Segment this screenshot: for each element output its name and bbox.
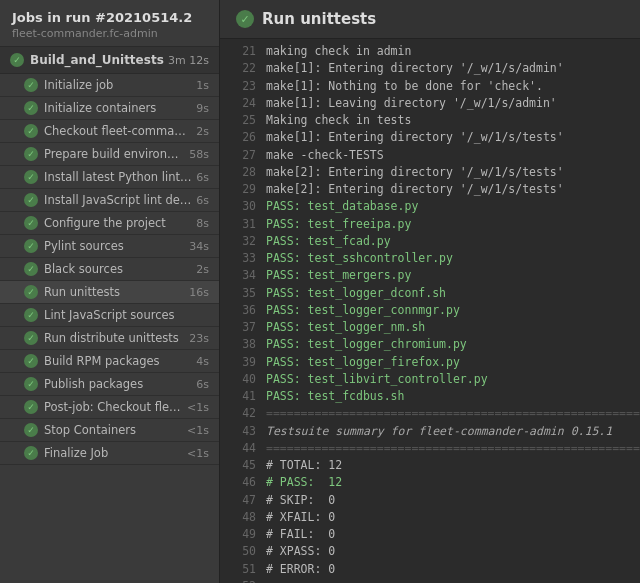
log-line-text: PASS: test_logger_chromium.py	[266, 336, 632, 353]
log-line-text: PASS: test_sshcontroller.py	[266, 250, 632, 267]
job-item-publish-packages[interactable]: Publish packages6s	[0, 373, 219, 396]
job-status-icon-black	[24, 262, 38, 276]
job-item-initialize-containers[interactable]: Initialize containers9s	[0, 97, 219, 120]
job-status-icon-stop-containers	[24, 423, 38, 437]
job-name-build-rpm: Build RPM packages	[44, 354, 192, 368]
job-duration-prepare-build: 58s	[189, 148, 209, 161]
log-line-text: ========================================…	[266, 405, 640, 422]
log-line: 42======================================…	[220, 405, 640, 422]
log-line: 21making check in admin	[220, 43, 640, 60]
job-duration-finalize-job: <1s	[187, 447, 209, 460]
job-status-icon-install-js	[24, 193, 38, 207]
log-line-number: 37	[228, 319, 256, 336]
job-group-name: Build_and_Unittests	[30, 53, 168, 67]
log-line-number: 27	[228, 147, 256, 164]
log-line-number: 47	[228, 492, 256, 509]
log-line-text: Testsuite summary for fleet-commander-ad…	[266, 423, 632, 440]
log-line-number: 48	[228, 509, 256, 526]
log-line-number: 34	[228, 267, 256, 284]
job-name-run-unittests: Run unittests	[44, 285, 185, 299]
log-line-text: ========================================…	[266, 578, 640, 583]
log-line: 23make[1]: Nothing to be done for 'check…	[220, 78, 640, 95]
log-line-text: # XPASS: 0	[266, 543, 632, 560]
page-title: Jobs in run #20210514.2	[12, 10, 207, 25]
log-line: 44======================================…	[220, 440, 640, 457]
job-duration-initialize-containers: 9s	[196, 102, 209, 115]
job-duration-initialize-job: 1s	[196, 79, 209, 92]
log-line: 33PASS: test_sshcontroller.py	[220, 250, 640, 267]
job-item-install-python[interactable]: Install latest Python lint depe...6s	[0, 166, 219, 189]
job-group-header[interactable]: Build_and_Unittests 3m 12s	[0, 47, 219, 74]
right-header: Run unittests	[220, 0, 640, 39]
log-line: 52======================================…	[220, 578, 640, 583]
log-line: 31PASS: test_freeipa.py	[220, 216, 640, 233]
log-line-number: 38	[228, 336, 256, 353]
job-list: Build_and_Unittests 3m 12s Initialize jo…	[0, 47, 219, 583]
job-item-post-job-checkout[interactable]: Post-job: Checkout fleet-co...<1s	[0, 396, 219, 419]
log-line: 34PASS: test_mergers.py	[220, 267, 640, 284]
log-line-number: 39	[228, 354, 256, 371]
job-item-checkout-fleet[interactable]: Checkout fleet-commander/f...2s	[0, 120, 219, 143]
job-item-run-unittests[interactable]: Run unittests16s	[0, 281, 219, 304]
log-line-number: 50	[228, 543, 256, 560]
log-line-text: PASS: test_fcad.py	[266, 233, 632, 250]
run-title: Run unittests	[262, 10, 376, 28]
left-panel: Jobs in run #20210514.2 fleet-commander.…	[0, 0, 220, 583]
log-line-text: PASS: test_logger_nm.sh	[266, 319, 632, 336]
job-item-black[interactable]: Black sources2s	[0, 258, 219, 281]
log-line: 40PASS: test_libvirt_controller.py	[220, 371, 640, 388]
log-container[interactable]: 21making check in admin22make[1]: Enteri…	[220, 39, 640, 583]
log-line-number: 33	[228, 250, 256, 267]
job-item-run-distribute[interactable]: Run distribute unittests23s	[0, 327, 219, 350]
job-item-configure[interactable]: Configure the project8s	[0, 212, 219, 235]
job-duration-build-rpm: 4s	[196, 355, 209, 368]
log-line-number: 45	[228, 457, 256, 474]
job-item-initialize-job[interactable]: Initialize job1s	[0, 74, 219, 97]
job-item-build-rpm[interactable]: Build RPM packages4s	[0, 350, 219, 373]
job-item-lint-js[interactable]: Lint JavaScript sources	[0, 304, 219, 327]
log-line-number: 30	[228, 198, 256, 215]
log-line: 47# SKIP: 0	[220, 492, 640, 509]
log-line: 30PASS: test_database.py	[220, 198, 640, 215]
run-status-icon	[236, 10, 254, 28]
right-panel: Run unittests 21making check in admin22m…	[220, 0, 640, 583]
log-line: 51# ERROR: 0	[220, 561, 640, 578]
job-name-stop-containers: Stop Containers	[44, 423, 183, 437]
log-line-text: # SKIP: 0	[266, 492, 632, 509]
log-line-text: make -check-TESTS	[266, 147, 632, 164]
log-line-number: 43	[228, 423, 256, 440]
job-name-publish-packages: Publish packages	[44, 377, 192, 391]
page-subtitle: fleet-commander.fc-admin	[12, 27, 207, 40]
log-line: 50# XPASS: 0	[220, 543, 640, 560]
log-line: 22make[1]: Entering directory '/_w/1/s/a…	[220, 60, 640, 77]
log-line-text: PASS: test_mergers.py	[266, 267, 632, 284]
log-line-number: 46	[228, 474, 256, 491]
log-line-number: 52	[228, 578, 256, 583]
log-line-number: 44	[228, 440, 256, 457]
log-line: 29make[2]: Entering directory '/_w/1/s/t…	[220, 181, 640, 198]
log-line: 46# PASS: 12	[220, 474, 640, 491]
job-item-install-js[interactable]: Install JavaScript lint depend...6s	[0, 189, 219, 212]
job-item-pylint[interactable]: Pylint sources34s	[0, 235, 219, 258]
job-status-icon-pylint	[24, 239, 38, 253]
job-status-icon-initialize-job	[24, 78, 38, 92]
job-item-prepare-build[interactable]: Prepare build environment58s	[0, 143, 219, 166]
log-line: 32PASS: test_fcad.py	[220, 233, 640, 250]
job-name-checkout-fleet: Checkout fleet-commander/f...	[44, 124, 192, 138]
log-line-number: 35	[228, 285, 256, 302]
log-line-number: 40	[228, 371, 256, 388]
job-item-finalize-job[interactable]: Finalize Job<1s	[0, 442, 219, 465]
job-duration-publish-packages: 6s	[196, 378, 209, 391]
job-item-stop-containers[interactable]: Stop Containers<1s	[0, 419, 219, 442]
job-status-icon-publish-packages	[24, 377, 38, 391]
job-name-initialize-containers: Initialize containers	[44, 101, 192, 115]
job-duration-install-python: 6s	[196, 171, 209, 184]
log-line-number: 41	[228, 388, 256, 405]
job-duration-post-job-checkout: <1s	[187, 401, 209, 414]
job-status-icon-checkout-fleet	[24, 124, 38, 138]
log-line: 36PASS: test_logger_connmgr.py	[220, 302, 640, 319]
job-duration-black: 2s	[196, 263, 209, 276]
log-line-number: 25	[228, 112, 256, 129]
log-line-text: make[1]: Entering directory '/_w/1/s/adm…	[266, 60, 632, 77]
log-line: 43Testsuite summary for fleet-commander-…	[220, 423, 640, 440]
